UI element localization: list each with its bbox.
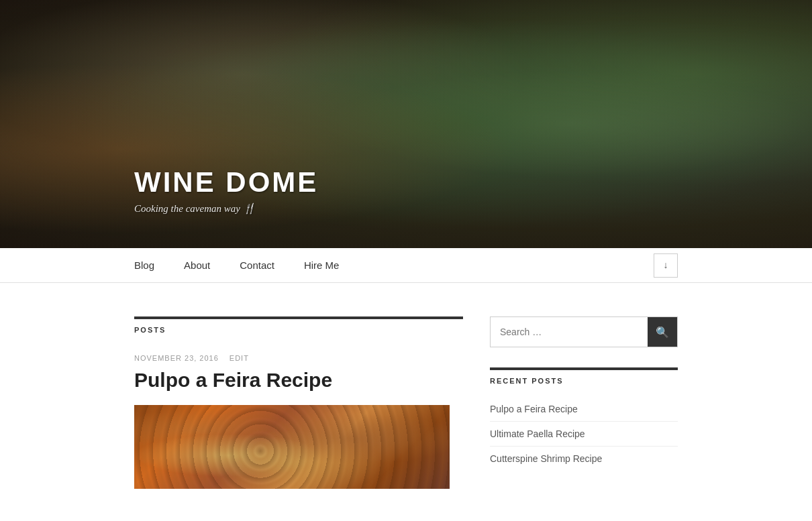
- post-date: NOVEMBER 23, 2016: [134, 354, 219, 362]
- recent-post-item[interactable]: Ultimate Paella Recipe: [490, 422, 678, 447]
- main-container: POSTS NOVEMBER 23, 2016 EDIT Pulpo a Fei…: [0, 283, 812, 521]
- site-subtitle: Cooking the caveman way 🍴: [134, 202, 318, 215]
- posts-section-label: POSTS: [134, 316, 463, 334]
- hero-content: WINE DOME Cooking the caveman way 🍴: [134, 166, 318, 215]
- site-title: WINE DOME: [134, 166, 318, 198]
- hero-section: WINE DOME Cooking the caveman way 🍴: [0, 0, 812, 248]
- scroll-down-button[interactable]: ↓: [654, 253, 678, 278]
- nav-item-contact[interactable]: Contact: [225, 248, 289, 283]
- post-title[interactable]: Pulpo a Feira Recipe: [134, 369, 463, 392]
- search-button[interactable]: 🔍: [648, 317, 677, 347]
- post-meta: NOVEMBER 23, 2016 EDIT: [134, 354, 463, 362]
- sidebar: 🔍 RECENT POSTS Pulpo a Feira Recipe Ulti…: [490, 316, 678, 489]
- recent-post-item[interactable]: Pulpo a Feira Recipe: [490, 397, 678, 422]
- nav-item-hire-me[interactable]: Hire Me: [289, 248, 354, 283]
- recent-posts-list: Pulpo a Feira Recipe Ultimate Paella Rec…: [490, 397, 678, 471]
- nav-item-blog[interactable]: Blog: [134, 248, 169, 283]
- search-box: 🔍: [490, 316, 678, 347]
- recent-posts-label: RECENT POSTS: [490, 367, 678, 385]
- chevron-down-icon: ↓: [664, 260, 668, 271]
- search-icon: 🔍: [656, 326, 669, 339]
- nav-item-about[interactable]: About: [169, 248, 225, 283]
- content-area: POSTS NOVEMBER 23, 2016 EDIT Pulpo a Fei…: [134, 316, 463, 489]
- post-thumbnail: [134, 405, 450, 489]
- nav-items: Blog About Contact Hire Me: [134, 248, 654, 283]
- recent-post-item[interactable]: Cutterspine Shrimp Recipe: [490, 447, 678, 471]
- post-edit-link[interactable]: EDIT: [230, 354, 249, 362]
- nav-bar: Blog About Contact Hire Me ↓: [0, 248, 812, 283]
- search-input[interactable]: [491, 317, 648, 347]
